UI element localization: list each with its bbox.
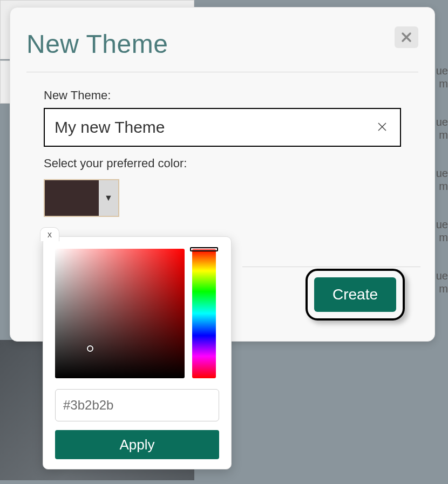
divider	[26, 72, 418, 72]
sv-cursor[interactable]	[87, 345, 93, 352]
hex-input[interactable]	[55, 389, 219, 421]
popover-close-button[interactable]: x	[40, 227, 59, 241]
divider	[242, 267, 420, 267]
swatch-dropdown-toggle[interactable]: ▼	[99, 180, 118, 216]
form-area: New Theme: Select your preferred color: …	[26, 88, 418, 218]
bg-text: m	[437, 180, 448, 193]
hue-column	[192, 249, 216, 378]
clear-input-button[interactable]	[376, 121, 389, 134]
color-picker-popover: x Apply	[43, 236, 232, 469]
chevron-down-icon: ▼	[104, 193, 113, 203]
bg-text: m	[437, 129, 448, 141]
color-swatch-control[interactable]: ▼	[44, 179, 119, 217]
bg-text: m	[437, 231, 448, 244]
bg-text: ue	[434, 219, 448, 231]
close-button[interactable]	[395, 26, 418, 48]
theme-name-input[interactable]	[55, 118, 368, 137]
saturation-value-field[interactable]	[55, 249, 185, 378]
create-button-highlight: Create	[306, 269, 405, 321]
theme-name-input-wrap	[44, 108, 401, 147]
hue-cursor[interactable]	[190, 247, 218, 251]
hue-slider[interactable]	[192, 249, 216, 378]
picker-panels	[55, 249, 219, 378]
modal-title: New Theme	[26, 29, 418, 59]
apply-button[interactable]: Apply	[55, 430, 219, 459]
create-button[interactable]: Create	[314, 277, 396, 312]
close-icon	[401, 32, 412, 43]
color-label: Select your preferred color:	[44, 156, 401, 171]
current-color-swatch	[45, 180, 99, 216]
bg-text: ue	[434, 167, 448, 180]
bg-text: m	[437, 283, 448, 295]
bg-text: ue	[434, 116, 448, 128]
bg-text: ue	[434, 270, 448, 282]
bg-text: ue	[434, 65, 448, 77]
x-icon	[376, 121, 388, 133]
bg-text: m	[437, 78, 448, 90]
theme-name-label: New Theme:	[44, 88, 401, 103]
